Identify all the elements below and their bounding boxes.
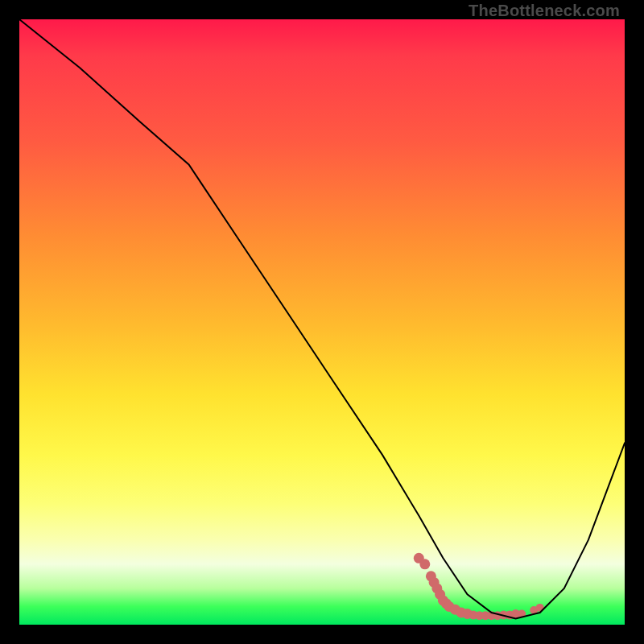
valley-dot — [419, 559, 430, 569]
chart-frame — [19, 19, 625, 625]
watermark-text: TheBottleneck.com — [469, 2, 620, 20]
valley-dots-layer — [414, 553, 544, 620]
chart-svg — [19, 19, 625, 625]
curve-path — [19, 19, 625, 619]
